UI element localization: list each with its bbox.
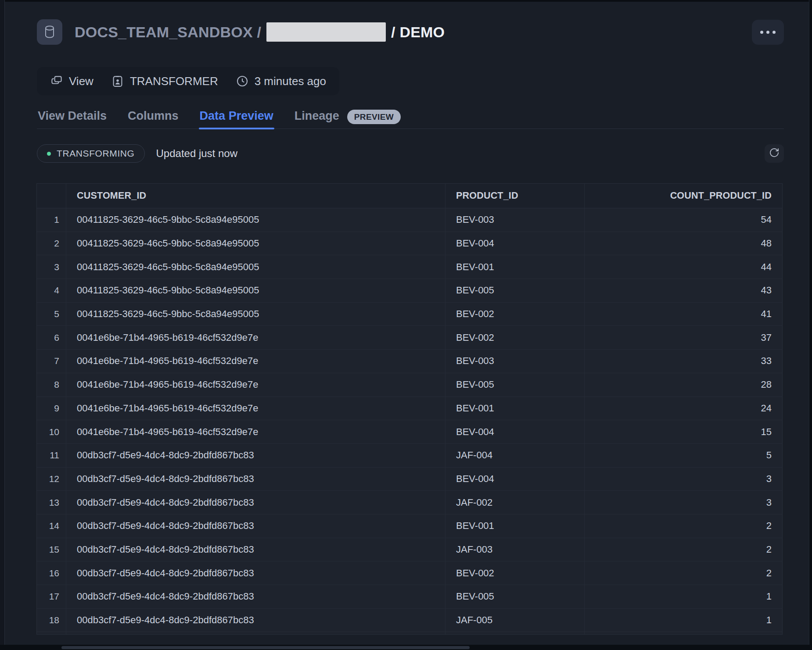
- node-role-label: TRANSFORMER: [130, 75, 218, 88]
- table-row: 15 00db3cf7-d5e9-4dc4-8dc9-2bdfd867bc83 …: [37, 538, 782, 562]
- row-number-cell: 8: [37, 373, 66, 396]
- row-number-cell: 16: [37, 561, 66, 585]
- node-role-badge: TRANSFORMER: [111, 75, 218, 88]
- count-product-id-cell: 33: [584, 350, 782, 373]
- window-top-edge: [0, 0, 812, 2]
- column-header-customer-id: CUSTOMER_ID: [66, 184, 445, 208]
- count-product-id-cell: 24: [584, 397, 782, 420]
- ellipsis-icon: [760, 31, 763, 34]
- row-number-cell: 3: [37, 255, 66, 279]
- customer-id-cell: 0041e6be-71b4-4965-b619-46cf532d9e7e: [66, 397, 445, 420]
- count-product-id-cell: 3: [584, 468, 782, 491]
- table-row: 8 0041e6be-71b4-4965-b619-46cf532d9e7e B…: [37, 373, 782, 397]
- customer-id-cell: 0041e6be-71b4-4965-b619-46cf532d9e7e: [66, 326, 445, 349]
- tab-data-preview[interactable]: Data Preview: [199, 108, 274, 129]
- table-body: 1 00411825-3629-46c5-9bbc-5c8a94e95005 B…: [37, 208, 782, 635]
- product-id-cell: BEV-002: [445, 326, 584, 349]
- database-icon: [37, 19, 62, 45]
- more-options-button[interactable]: [752, 20, 784, 45]
- table-header-row: CUSTOMER_ID PRODUCT_ID COUNT_PRODUCT_ID: [37, 184, 782, 208]
- customer-id-cell: 00db3cf7-d5e9-4dc4-8dc9-2bdfd867bc83: [66, 491, 445, 514]
- table-row: 18 00db3cf7-d5e9-4dc4-8dc9-2bdfd867bc83 …: [37, 609, 782, 632]
- refresh-button[interactable]: [765, 144, 784, 163]
- product-id-cell: JAF-004: [445, 444, 584, 467]
- tab-lineage[interactable]: Lineage PREVIEW: [294, 108, 402, 129]
- status-dot-icon: [47, 152, 51, 156]
- customer-id-cell: 00db3cf7-d5e9-4dc4-8dc9-2bdfd867bc83: [66, 561, 445, 585]
- window-left-edge: [0, 0, 5, 650]
- row-number-cell: 13: [37, 491, 66, 514]
- count-product-id-cell: 28: [584, 373, 782, 396]
- product-id-cell: BEV-001: [445, 514, 584, 538]
- status-label: TRANSFORMING: [57, 148, 135, 159]
- preview-feature-badge: PREVIEW: [347, 110, 401, 124]
- count-product-id-cell: 43: [584, 279, 782, 302]
- table-row: 17 00db3cf7-d5e9-4dc4-8dc9-2bdfd867bc83 …: [37, 585, 782, 609]
- row-number-cell: 9: [37, 397, 66, 420]
- id-badge-icon: [111, 75, 124, 88]
- product-id-cell: BEV-003: [445, 350, 584, 373]
- row-number-cell: 12: [37, 468, 66, 491]
- product-id-cell: BEV-003: [445, 208, 584, 232]
- refresh-icon: [769, 147, 780, 160]
- last-updated-badge: 3 minutes ago: [236, 75, 326, 88]
- tab-columns[interactable]: Columns: [127, 108, 180, 129]
- count-product-id-cell: 1: [584, 585, 782, 608]
- customer-id-cell: 00db3cf7-d5e9-4dc4-8dc9-2bdfd867bc83: [66, 585, 445, 608]
- count-product-id-cell: 54: [584, 208, 782, 232]
- page-title: DOCS_TEAM_SANDBOX / / DEMO: [75, 22, 445, 42]
- row-number-cell: 7: [37, 350, 66, 373]
- count-product-id-cell: 3: [584, 491, 782, 514]
- tab-view-details[interactable]: View Details: [37, 108, 108, 129]
- object-type-label: View: [69, 75, 93, 88]
- product-id-cell: BEV-004: [445, 232, 584, 255]
- product-id-cell: BEV-004: [445, 468, 584, 491]
- transforming-status-badge: TRANSFORMING: [37, 144, 145, 163]
- customer-id-cell: 00411825-3629-46c5-9bbc-5c8a94e95005: [66, 208, 445, 232]
- product-id-cell: JAF-002: [445, 491, 584, 514]
- table-row: 3 00411825-3629-46c5-9bbc-5c8a94e95005 B…: [37, 255, 782, 279]
- horizontal-scrollbar-thumb[interactable]: [61, 646, 470, 649]
- customer-id-cell: 00db3cf7-d5e9-4dc4-8dc9-2bdfd867bc83: [66, 444, 445, 467]
- table-row: 14 00db3cf7-d5e9-4dc4-8dc9-2bdfd867bc83 …: [37, 514, 782, 538]
- data-preview-table: CUSTOMER_ID PRODUCT_ID COUNT_PRODUCT_ID …: [36, 183, 783, 635]
- product-id-cell: BEV-005: [445, 279, 584, 302]
- count-product-id-cell: 15: [584, 420, 782, 443]
- row-number-cell: 19: [37, 632, 66, 635]
- table-row: 11 00db3cf7-d5e9-4dc4-8dc9-2bdfd867bc83 …: [37, 444, 782, 468]
- table-row: 1 00411825-3629-46c5-9bbc-5c8a94e95005 B…: [37, 208, 782, 232]
- row-number-cell: 18: [37, 609, 66, 632]
- horizontal-scrollbar-track: [0, 645, 812, 650]
- column-header-count-product-id: COUNT_PRODUCT_ID: [584, 184, 782, 208]
- table-row: 6 0041e6be-71b4-4965-b619-46cf532d9e7e B…: [37, 326, 782, 350]
- meta-badges: View TRANSFORMER 3 minutes ago: [37, 67, 339, 95]
- customer-id-cell: 0041e6be-71b4-4965-b619-46cf532d9e7e: [66, 420, 445, 443]
- table-row: 7 0041e6be-71b4-4965-b619-46cf532d9e7e B…: [37, 350, 782, 373]
- table-row: 16 00db3cf7-d5e9-4dc4-8dc9-2bdfd867bc83 …: [37, 561, 782, 585]
- table-row: 10 0041e6be-71b4-4965-b619-46cf532d9e7e …: [37, 420, 782, 444]
- customer-id-cell: 00411825-3629-46c5-9bbc-5c8a94e95005: [66, 232, 445, 255]
- table-row: 9 0041e6be-71b4-4965-b619-46cf532d9e7e B…: [37, 397, 782, 421]
- count-product-id-cell: 2: [584, 561, 782, 585]
- row-number-cell: 4: [37, 279, 66, 302]
- customer-id-cell: 00db3cf7-d5e9-4dc4-8dc9-2bdfd867bc83: [66, 514, 445, 538]
- count-product-id-cell: 37: [584, 326, 782, 349]
- clock-icon: [236, 75, 249, 88]
- count-product-id-cell: 41: [584, 303, 782, 326]
- customer-id-cell: 0041e6be-71b4-4965-b619-46cf532d9e7e: [66, 350, 445, 373]
- product-id-cell: BEV-001: [445, 255, 584, 279]
- row-number-cell: 5: [37, 303, 66, 326]
- status-row: TRANSFORMING Updated just now: [37, 144, 237, 163]
- row-number-header: [37, 184, 66, 208]
- row-number-cell: 1: [37, 208, 66, 232]
- count-product-id-cell: 2: [584, 538, 782, 561]
- row-number-cell: 2: [37, 232, 66, 255]
- data-preview-screen: DOCS_TEAM_SANDBOX / / DEMO View: [0, 0, 812, 650]
- row-number-cell: 6: [37, 326, 66, 349]
- product-id-cell: BEV-005: [445, 373, 584, 396]
- count-product-id-cell: 5: [584, 444, 782, 467]
- customer-id-cell: 00411825-3629-46c5-9bbc-5c8a94e95005: [66, 279, 445, 302]
- table-row: 4 00411825-3629-46c5-9bbc-5c8a94e95005 B…: [37, 279, 782, 303]
- product-id-cell: BEV-002: [445, 561, 584, 585]
- row-number-cell: 17: [37, 585, 66, 608]
